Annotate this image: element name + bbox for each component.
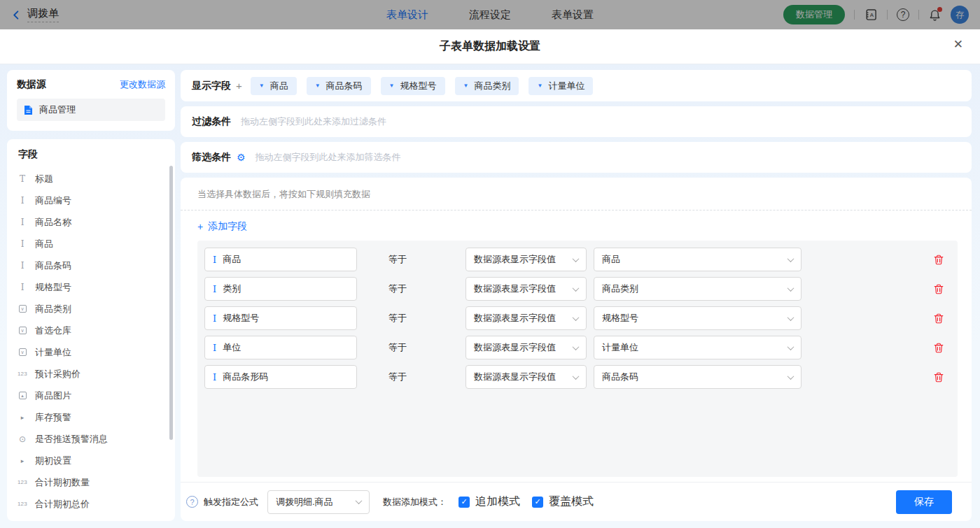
navbar-actions: 数据管理 A ? 存 [783,5,969,24]
rule-field-input[interactable]: I类别 [204,277,357,301]
field-item-label: 标题 [35,173,53,185]
rule-value-value: 商品条码 [602,371,638,383]
back-button[interactable]: 调拨单 [11,7,59,22]
gear-icon[interactable]: ⚙ [237,152,246,162]
rule-source-value: 数据源表显示字段值 [474,253,556,266]
rule-source-select[interactable]: 数据源表显示字段值 [465,277,587,301]
rule-field-input[interactable]: I规格型号 [204,306,357,330]
add-field-button[interactable]: + 添加字段 [197,220,247,233]
bell-icon[interactable] [928,8,941,22]
divider [918,10,919,20]
data-manage-button[interactable]: 数据管理 [783,5,845,24]
rule-source-select[interactable]: 数据源表显示字段值 [465,248,587,271]
display-field-tag-商品条码[interactable]: ▼商品条码 [307,77,371,95]
change-datasource-link[interactable]: 更改数据源 [120,78,165,91]
screen-condition-bar[interactable]: 筛选条件 ⚙ 拖动左侧字段到此处来添加筛选条件 [181,142,972,173]
close-icon[interactable]: ✕ [953,38,963,50]
rules-panel: I商品等于数据源表显示字段值商品I类别等于数据源表显示字段值商品类别I规格型号等… [197,241,958,477]
text-field-icon: I [16,196,29,206]
help-circle-icon[interactable]: ? [186,496,198,508]
field-item-商品名称[interactable]: I商品名称 [7,211,175,233]
form-name[interactable]: 调拨单 [27,7,59,22]
field-item-合计期初总价[interactable]: 123合计期初总价 [7,493,175,515]
delete-row-icon[interactable] [934,372,944,383]
field-item-商品图片[interactable]: ▴商品图片 [7,385,175,406]
rule-row: I类别等于数据源表显示字段值商品类别 [197,274,958,304]
mode-checkbox-追加模式[interactable]: ✓追加模式 [458,494,520,509]
field-item-是否推送预警消息[interactable]: ⊙是否推送预警消息 [7,428,175,450]
save-button[interactable]: 保存 [896,490,952,514]
divider [854,10,855,20]
add-display-field-icon[interactable]: + [236,80,242,92]
datasource-item-label: 商品管理 [39,104,76,116]
contacts-icon[interactable]: A [864,8,878,22]
screen-condition-placeholder: 拖动左侧字段到此处来添加筛选条件 [255,151,401,164]
fields-scrollbar[interactable] [169,166,173,440]
text-field-icon: I [213,284,216,294]
number-field-icon: 123 [16,479,29,485]
rule-source-value: 数据源表显示字段值 [474,341,556,354]
field-item-库存预警[interactable]: ▸库存预警 [7,406,175,428]
back-chevron-icon [11,10,22,20]
field-item-合计期初数量[interactable]: 123合计期初数量 [7,471,175,493]
field-item-标题[interactable]: T标题 [7,168,175,190]
display-field-tag-规格型号[interactable]: ▼规格型号 [381,77,445,95]
rule-value-value: 规格型号 [602,312,638,324]
field-item-label: 计量单位 [35,346,71,359]
rule-value-select[interactable]: 商品 [594,248,802,271]
display-field-tag-商品类别[interactable]: ▼商品类别 [455,77,519,95]
delete-row-icon[interactable] [934,255,944,265]
field-item-label: 商品类别 [35,303,71,315]
modal-header: 子表单数据加载设置 ✕ [0,29,980,64]
delete-row-icon[interactable] [934,313,944,324]
field-item-label: 合计期初数量 [35,476,90,489]
field-item-期初设置[interactable]: ▸期初设置 [7,450,175,471]
tab-表单设计[interactable]: 表单设计 [386,8,428,22]
filter-condition-bar[interactable]: 过滤条件 拖动左侧字段到此处来添加过滤条件 [181,106,972,137]
group-expand-icon: ▸ [16,414,29,421]
fields-title: 字段 [7,148,175,168]
mode-checkbox-覆盖模式[interactable]: ✓覆盖模式 [532,494,594,509]
rule-source-select[interactable]: 数据源表显示字段值 [465,306,587,330]
rule-operator: 等于 [388,371,465,383]
field-item-规格型号[interactable]: I规格型号 [7,276,175,298]
field-item-商品[interactable]: I商品 [7,233,175,255]
field-item-商品类别[interactable]: ∨商品类别 [7,298,175,320]
delete-row-icon[interactable] [934,343,944,353]
field-item-首选仓库[interactable]: ∨首选仓库 [7,320,175,341]
help-icon[interactable]: ? [897,8,909,21]
chevron-down-icon [788,285,794,292]
avatar[interactable]: 存 [951,6,969,24]
rule-field-input[interactable]: I商品 [204,248,357,271]
rule-value-select[interactable]: 商品条码 [594,365,802,389]
rule-value-select[interactable]: 规格型号 [594,306,802,330]
mode-checkboxes: ✓追加模式✓覆盖模式 [447,494,594,509]
rule-value-select[interactable]: 计量单位 [594,336,802,359]
field-item-商品编号[interactable]: I商品编号 [7,190,175,211]
field-item-label: 库存预警 [35,411,71,424]
tag-label: 商品类别 [474,80,510,92]
tab-表单设置[interactable]: 表单设置 [552,8,594,22]
display-field-tag-计量单位[interactable]: ▼计量单位 [528,77,593,95]
mode-checkbox-label: 追加模式 [475,494,520,509]
trigger-formula-select[interactable]: 调拨明细.商品 [267,490,370,514]
rule-row: I商品等于数据源表显示字段值商品 [197,245,958,274]
datasource-item[interactable]: 商品管理 [17,99,165,121]
rule-source-select[interactable]: 数据源表显示字段值 [465,336,587,359]
select-field-icon: ∨ [16,348,29,356]
top-navbar: 调拨单 表单设计流程设定表单设置 数据管理 A ? 存 [0,0,980,29]
display-field-tag-商品[interactable]: ▼商品 [251,77,297,95]
tab-流程设定[interactable]: 流程设定 [469,8,511,22]
field-item-预计采购价[interactable]: 123预计采购价 [7,363,175,385]
rule-field-input[interactable]: I单位 [204,336,357,359]
filter-condition-placeholder: 拖动左侧字段到此处来添加过滤条件 [241,115,386,128]
rule-source-select[interactable]: 数据源表显示字段值 [465,365,587,389]
rule-value-select[interactable]: 商品类别 [594,277,802,301]
field-item-商品条码[interactable]: I商品条码 [7,255,175,276]
caret-down-icon: ▼ [537,83,542,89]
rule-field-input[interactable]: I商品条形码 [204,365,357,389]
rule-source-value: 数据源表显示字段值 [474,283,556,295]
delete-row-icon[interactable] [934,284,944,294]
field-item-计量单位[interactable]: ∨计量单位 [7,341,175,363]
field-item-label: 商品图片 [35,390,71,402]
